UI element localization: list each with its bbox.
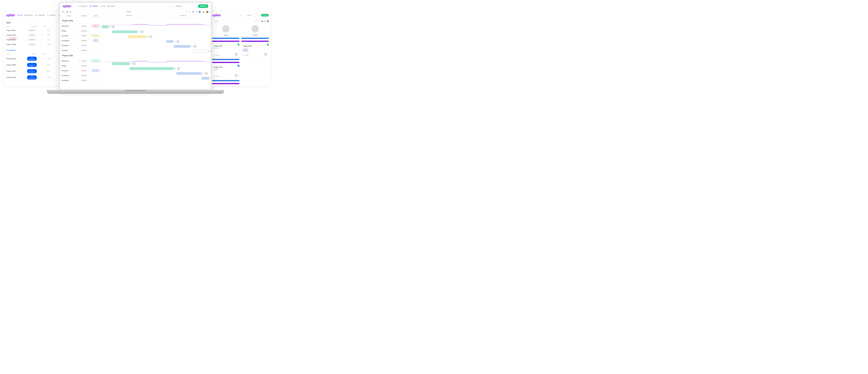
tab-list[interactable]: ☰ List xyxy=(101,5,106,7)
tab-calendar[interactable]: 🗓 Calendar xyxy=(35,14,45,16)
arrow-icon[interactable]: → xyxy=(41,29,44,31)
puzzle-icon[interactable]: ✦ xyxy=(195,11,197,13)
app-subbar: ☰ 📊 🗑 Today ▾ 👁 ▦ ✦ 👥 🔔 💼 xyxy=(60,10,211,14)
avatar xyxy=(177,67,180,70)
list-row[interactable]: Project 50218In progress→8 h xyxy=(3,56,59,62)
people-icon[interactable]: 👥 xyxy=(198,11,201,13)
avatar xyxy=(235,74,238,77)
gantt-bar[interactable] xyxy=(202,77,209,80)
search-wrap: ⌕ xyxy=(172,4,196,8)
list-row[interactable]: Project 12357In progress→11 h xyxy=(3,68,59,74)
kanban-card[interactable]: Project 1987van Dijk⚑ 2💬 3 xyxy=(212,43,239,57)
task-row[interactable]: Evaluation3 hours xyxy=(60,43,101,48)
estimate-value: 3 h xyxy=(44,64,50,66)
gantt-bar[interactable] xyxy=(192,50,207,53)
task-row[interactable]: Design14 hours xyxy=(60,63,101,68)
arrow-icon[interactable]: → xyxy=(41,43,44,45)
search-input[interactable] xyxy=(244,14,259,17)
task-name: Completion xyxy=(60,40,78,41)
status-badge[interactable]: In progress xyxy=(27,63,37,67)
status-badge[interactable]: Open xyxy=(27,29,37,32)
tab-list[interactable]: ☰ List xyxy=(18,14,22,16)
gantt-bar[interactable] xyxy=(112,30,137,33)
tab-status[interactable]: ◧ Status xyxy=(108,5,115,7)
task-row[interactable]: Objectives6 hoursAPPROVED xyxy=(60,59,101,63)
add-icon[interactable]: + xyxy=(73,5,76,7)
filter-icon[interactable]: ▾ xyxy=(186,11,187,13)
list-icon[interactable]: ☰ xyxy=(62,11,64,13)
eye-icon[interactable]: 👁 xyxy=(189,11,190,13)
status-badge[interactable]: Open xyxy=(27,43,37,46)
tab-timeline[interactable]: ≡ Timeline xyxy=(47,14,55,16)
trash-icon[interactable]: 🗑 xyxy=(70,11,71,13)
backlog-button[interactable]: Backlog xyxy=(198,4,208,8)
briefcase-icon[interactable]: 💼 xyxy=(267,20,269,22)
task-label: DELAYED xyxy=(92,69,100,72)
project-title[interactable]: Project 1034 xyxy=(60,18,101,24)
avatar xyxy=(141,30,144,33)
task-row[interactable]: Evaluation3 hours xyxy=(60,78,101,83)
people-icon[interactable]: 👥 xyxy=(261,20,263,22)
status-badge[interactable]: Open xyxy=(27,38,37,41)
task-row[interactable]: Completion1h 30mPRIO xyxy=(60,38,101,43)
gantt-bar[interactable] xyxy=(174,45,190,48)
expand-icon[interactable]: ⛶ xyxy=(168,5,169,7)
task-row[interactable]: Objectives6 hoursURGENT xyxy=(60,24,101,29)
task-row[interactable]: Execution4 hoursDELAYED xyxy=(60,68,101,73)
arrow-icon[interactable]: → xyxy=(41,76,44,79)
tab-calendar[interactable]: 🗓 Calendar xyxy=(78,5,87,7)
col-header: STATUS xyxy=(27,53,41,55)
list-row[interactable]: Project 72986Open→6 h xyxy=(3,42,59,47)
gantt-bar[interactable] xyxy=(102,26,109,28)
gantt-bar[interactable] xyxy=(176,72,202,75)
task-row[interactable]: Design12 hours xyxy=(60,29,101,33)
gantt-bar[interactable] xyxy=(128,35,146,38)
expand-icon[interactable]: ⛶ xyxy=(240,14,242,16)
list-row[interactable]: Project 98214Open→6 h xyxy=(3,28,59,33)
tab-kanban[interactable]: ▦ Kanban xyxy=(25,14,33,16)
list-row[interactable]: Project 64983In progress→3 h xyxy=(3,62,59,68)
task-row[interactable]: Execution6 hoursCONTROL xyxy=(60,33,101,38)
puzzle-icon[interactable]: ✦ xyxy=(259,20,260,22)
kanban-card[interactable]: Project 1820 xyxy=(212,86,239,86)
task-estimate: 6 hours xyxy=(78,59,90,63)
status-badge[interactable]: In progress xyxy=(27,69,37,73)
today-label[interactable]: Today xyxy=(215,20,218,22)
task-row[interactable]: Completion1h 30m xyxy=(60,73,101,78)
project-title[interactable]: Project 1035 xyxy=(60,53,101,59)
arrow-icon[interactable]: → xyxy=(41,64,44,66)
project-name: Project 10049URGENT xyxy=(6,39,27,41)
chevron-right-icon[interactable]: › xyxy=(253,20,254,22)
status-badge[interactable]: In progress xyxy=(27,57,37,61)
list-row[interactable]: Project 57630Open→5 h xyxy=(3,33,59,37)
eye-icon[interactable]: 👁 xyxy=(257,20,258,22)
task-label-cell: APPROVED xyxy=(90,60,102,62)
status-badge[interactable]: In progress xyxy=(27,75,37,80)
arrow-icon[interactable]: → xyxy=(41,39,44,41)
kanban-card[interactable]: Project 7542de Boer⚑ 1💬 12 xyxy=(212,65,239,78)
gantt-dot xyxy=(208,51,209,52)
arrow-icon[interactable]: → xyxy=(41,58,44,60)
estimate-value: 5 h xyxy=(44,34,50,36)
layout-icon[interactable]: ▦ xyxy=(192,11,194,13)
bell-icon[interactable]: 🔔 xyxy=(203,11,205,13)
tab-timeline[interactable]: ≣ Timeline xyxy=(90,5,98,7)
bell-icon[interactable]: 🔔 xyxy=(264,20,266,22)
filter-icon[interactable]: ▾• xyxy=(255,20,256,22)
arrow-icon[interactable]: → xyxy=(41,34,44,36)
today-label[interactable]: Today xyxy=(71,11,186,13)
chart-icon[interactable]: 📊 xyxy=(66,11,68,13)
task-row[interactable]: Invoicing4h 30m xyxy=(60,48,101,53)
list-row[interactable]: Project 87926In progress→9 h xyxy=(3,74,59,81)
search-input[interactable] xyxy=(172,4,196,8)
list-row[interactable]: Project 10049URGENTOpen→6 h xyxy=(3,37,59,42)
status-badge[interactable]: Open xyxy=(27,34,37,36)
arrow-icon[interactable]: → xyxy=(41,70,44,72)
gantt-bar[interactable] xyxy=(112,62,129,65)
gantt-bar[interactable] xyxy=(129,67,174,70)
kanban-card[interactable]: Project 1834HendriksPRIO⚑ 1💬 4 xyxy=(242,43,269,57)
briefcase-icon[interactable]: 💼 xyxy=(206,11,208,13)
card-corner xyxy=(266,44,269,46)
backlog-button[interactable]: Backlog xyxy=(261,14,269,17)
gantt-bar[interactable] xyxy=(166,40,173,43)
